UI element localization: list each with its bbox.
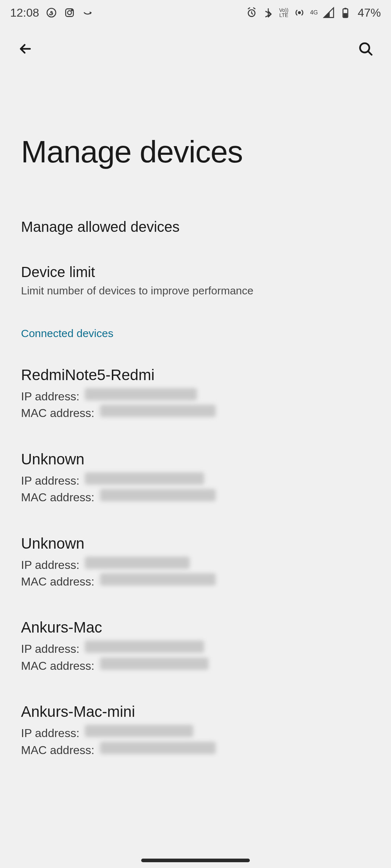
mac-label: MAC address: <box>21 573 98 590</box>
svg-rect-8 <box>344 13 348 17</box>
item-title: Manage allowed devices <box>21 219 370 235</box>
device-item[interactable]: Ankurs-Mac-miniIP address: MAC address: <box>0 685 391 769</box>
ip-value-redacted <box>85 641 204 653</box>
device-item[interactable]: RedmiNote5-RedmiIP address: MAC address: <box>0 348 391 433</box>
svg-point-3 <box>71 10 72 11</box>
ip-value-redacted <box>85 557 190 569</box>
device-ip-line: IP address: <box>21 641 370 657</box>
status-bar: 12:08 Vo)) LTE 4G 47% <box>0 0 391 25</box>
device-ip-line: IP address: <box>21 388 370 405</box>
search-button[interactable] <box>355 38 377 60</box>
svg-point-5 <box>298 12 300 13</box>
device-ip-line: IP address: <box>21 557 370 573</box>
navigation-handle[interactable] <box>141 859 250 862</box>
status-time: 12:08 <box>10 6 39 20</box>
page-title: Manage devices <box>0 65 391 206</box>
ip-label: IP address: <box>21 472 83 489</box>
device-name: Unknown <box>21 535 370 552</box>
device-mac-line: MAC address: <box>21 405 370 421</box>
mac-value-redacted <box>100 489 216 501</box>
instagram-icon <box>64 7 75 18</box>
app-bar <box>0 33 391 65</box>
item-subtitle: Limit number of devices to improve perfo… <box>21 283 370 298</box>
network-type-label: 4G <box>310 10 318 16</box>
device-item[interactable]: UnknownIP address: MAC address: <box>0 433 391 517</box>
mac-value-redacted <box>100 573 216 586</box>
ip-label: IP address: <box>21 557 83 573</box>
mac-label: MAC address: <box>21 658 98 674</box>
device-mac-line: MAC address: <box>21 573 370 590</box>
status-right: Vo)) LTE 4G 47% <box>246 6 381 20</box>
device-ip-line: IP address: <box>21 472 370 489</box>
ip-value-redacted <box>85 725 193 737</box>
item-title: Device limit <box>21 264 370 280</box>
mac-label: MAC address: <box>21 742 98 758</box>
battery-text: 47% <box>358 6 381 20</box>
connected-devices-header: Connected devices <box>0 311 391 348</box>
device-mac-line: MAC address: <box>21 658 370 674</box>
ip-label: IP address: <box>21 388 83 405</box>
volte-icon: Vo)) LTE <box>279 8 289 18</box>
bluetooth-icon <box>262 7 274 18</box>
mac-value-redacted <box>100 658 209 670</box>
back-button[interactable] <box>14 38 36 60</box>
devices-list: RedmiNote5-RedmiIP address: MAC address:… <box>0 348 391 769</box>
device-mac-line: MAC address: <box>21 742 370 758</box>
svg-point-2 <box>68 11 72 15</box>
mac-value-redacted <box>100 742 216 754</box>
mac-label: MAC address: <box>21 405 98 421</box>
device-ip-line: IP address: <box>21 725 370 741</box>
device-item[interactable]: Ankurs-MacIP address: MAC address: <box>0 601 391 685</box>
device-name: Unknown <box>21 451 370 468</box>
battery-icon <box>340 7 351 18</box>
whatsapp-icon <box>46 7 57 18</box>
ip-value-redacted <box>85 472 204 485</box>
device-mac-line: MAC address: <box>21 489 370 506</box>
status-left: 12:08 <box>10 6 93 20</box>
alarm-icon <box>246 7 257 18</box>
hotspot-icon <box>294 7 305 18</box>
device-limit-item[interactable]: Device limit Limit number of devices to … <box>0 251 391 311</box>
ip-value-redacted <box>85 388 197 400</box>
svg-rect-7 <box>344 8 346 9</box>
mac-value-redacted <box>100 405 216 417</box>
amazon-icon <box>82 7 93 18</box>
device-name: Ankurs-Mac-mini <box>21 703 370 720</box>
manage-allowed-devices-item[interactable]: Manage allowed devices <box>0 206 391 251</box>
device-item[interactable]: UnknownIP address: MAC address: <box>0 517 391 601</box>
ip-label: IP address: <box>21 725 83 741</box>
ip-label: IP address: <box>21 641 83 657</box>
device-name: RedmiNote5-Redmi <box>21 366 370 384</box>
device-name: Ankurs-Mac <box>21 619 370 636</box>
signal-icon <box>323 7 335 18</box>
mac-label: MAC address: <box>21 489 98 506</box>
